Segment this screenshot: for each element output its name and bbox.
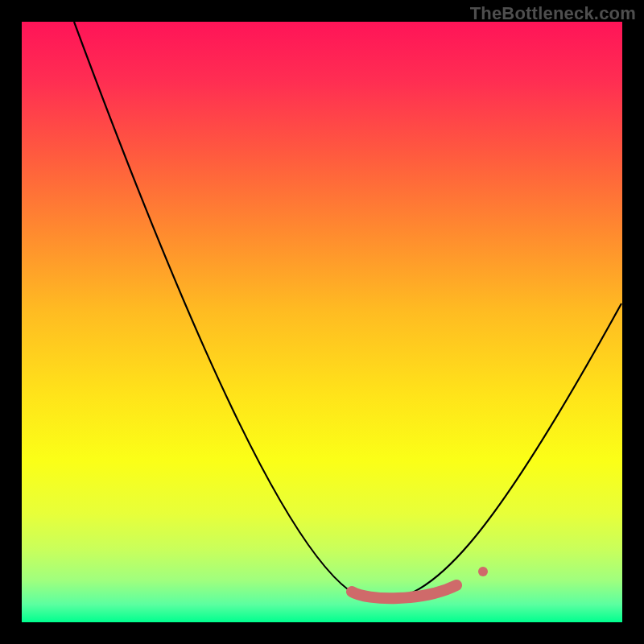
chart-frame — [22, 22, 622, 622]
watermark-text: TheBottleneck.com — [470, 3, 636, 24]
sweet-spot-dot — [478, 567, 488, 576]
sweet-spot-band — [352, 585, 456, 598]
chart-svg — [22, 22, 622, 622]
bottleneck-curve — [74, 22, 621, 601]
